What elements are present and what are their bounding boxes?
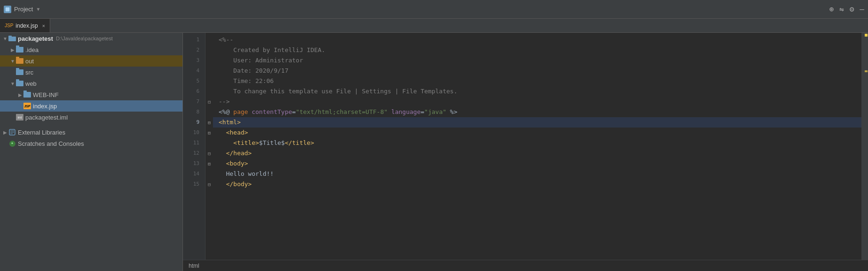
minimize-button[interactable]: — bbox=[860, 5, 864, 14]
sidebar-label-scratches: Scratches and Consoles bbox=[18, 140, 84, 147]
project-folder-icon bbox=[8, 35, 16, 42]
line-num-14: 14 bbox=[183, 169, 202, 179]
code-token-7-1: --> bbox=[219, 97, 229, 107]
code-line-10: <head> bbox=[213, 128, 868, 138]
sidebar-label-web: web bbox=[25, 80, 37, 87]
line-num-8: 8 bbox=[183, 107, 202, 117]
tab-jsp-icon: JSP bbox=[5, 23, 13, 28]
expand-arrow-web[interactable] bbox=[9, 81, 16, 86]
fold-7[interactable]: ⊟ bbox=[206, 97, 213, 107]
fold-14[interactable] bbox=[206, 169, 213, 179]
tab-close-button[interactable]: × bbox=[42, 23, 45, 29]
tab-bar: JSP index.jsp × bbox=[0, 19, 868, 33]
sidebar-label-indexjsp: index.jsp bbox=[33, 103, 57, 110]
line-num-1: 1 bbox=[183, 35, 202, 45]
code-token-8-1: <%@ bbox=[219, 107, 233, 117]
sidebar-label-iml: packagetest.iml bbox=[25, 114, 68, 121]
code-token-14-1: Hello world!! bbox=[219, 169, 274, 179]
fold-3[interactable] bbox=[206, 55, 213, 66]
code-token-4-1: Date: 2020/9/17 bbox=[219, 66, 289, 76]
code-token-8-10: "java" bbox=[424, 107, 446, 117]
code-line-1: <%-- bbox=[213, 35, 868, 45]
code-token-1-1: <%-- bbox=[219, 35, 233, 45]
breadcrumb-bar: html bbox=[183, 260, 868, 271]
fold-1[interactable] bbox=[206, 35, 213, 45]
new-file-button[interactable]: ⊕ bbox=[829, 5, 834, 14]
fold-2[interactable] bbox=[206, 45, 213, 55]
fold-5[interactable] bbox=[206, 76, 213, 86]
sidebar-item-src[interactable]: src bbox=[0, 67, 183, 78]
fold-4[interactable] bbox=[206, 66, 213, 76]
line-num-7: 7 bbox=[183, 97, 202, 107]
idea-folder-icon bbox=[16, 47, 23, 53]
title-bar-actions: ⊕ ⇋ ⚙ — bbox=[829, 5, 864, 14]
code-line-3: User: Administrator bbox=[213, 55, 868, 66]
line-num-3: 3 bbox=[183, 55, 202, 66]
expand-arrow-webinf[interactable] bbox=[17, 92, 23, 98]
code-line-5: Time: 22:06 bbox=[213, 76, 868, 86]
code-line-2: Created by IntelliJ IDEA. bbox=[213, 45, 868, 55]
line-num-6: 6 bbox=[183, 86, 202, 97]
layout-button[interactable]: ⇋ bbox=[839, 5, 844, 14]
src-folder-icon bbox=[16, 69, 23, 75]
sidebar: packagetest D:\JavaIdea\packagetest .ide… bbox=[0, 33, 183, 271]
project-dropdown-icon[interactable]: ▼ bbox=[37, 7, 39, 12]
fold-9[interactable]: ⊞ bbox=[206, 117, 213, 128]
fold-11[interactable] bbox=[206, 138, 213, 148]
sidebar-item-out[interactable]: out bbox=[0, 55, 183, 67]
fold-13[interactable]: ⊞ bbox=[206, 158, 213, 169]
webinf-folder-icon bbox=[23, 92, 31, 98]
code-line-12: </head> bbox=[213, 148, 868, 158]
sidebar-item-packagetest[interactable]: packagetest D:\JavaIdea\packagetest bbox=[0, 33, 183, 44]
code-token-11-1: <title> bbox=[219, 138, 259, 148]
web-folder-icon bbox=[16, 81, 23, 86]
fold-8[interactable] bbox=[206, 107, 213, 117]
fold-12[interactable]: ⊟ bbox=[206, 148, 213, 158]
sidebar-item-scratches[interactable]: Scratches and Consoles bbox=[0, 138, 183, 149]
expand-arrow-packagetest[interactable] bbox=[2, 36, 8, 41]
editor-code-area: 1 2 3 4 5 6 7 8 9 10 11 12 13 14 15 bbox=[183, 33, 868, 260]
code-line-15: </body> bbox=[213, 179, 868, 189]
sidebar-label-webinf: WEB-INF bbox=[33, 91, 59, 98]
svg-rect-0 bbox=[5, 7, 10, 12]
sidebar-item-webinf[interactable]: WEB-INF bbox=[0, 89, 183, 100]
jsp-file-icon: JSP bbox=[23, 103, 31, 109]
code-content[interactable]: <%-- Created by IntelliJ IDEA. User: Adm… bbox=[213, 33, 868, 260]
expand-arrow-extlib[interactable] bbox=[2, 130, 8, 135]
sidebar-item-iml[interactable]: iml packagetest.iml bbox=[0, 112, 183, 123]
settings-button[interactable]: ⚙ bbox=[850, 5, 854, 14]
project-title[interactable]: Project bbox=[14, 6, 33, 13]
editor-scrollbar[interactable] bbox=[861, 33, 868, 260]
sidebar-label-packagetest: packagetest bbox=[18, 35, 53, 42]
title-bar-left: Project ▼ bbox=[4, 6, 182, 13]
code-token-8-11: %> bbox=[446, 107, 457, 117]
code-token-8-6: "text/html;charset=UTF-8" bbox=[296, 107, 388, 117]
sidebar-item-web[interactable]: web bbox=[0, 78, 183, 89]
fold-6[interactable] bbox=[206, 86, 213, 97]
fold-15[interactable]: ⊟ bbox=[206, 179, 213, 189]
code-token-15-1: </body> bbox=[219, 179, 251, 189]
scroll-indicator-mid bbox=[865, 70, 868, 72]
sidebar-item-idea[interactable]: .idea bbox=[0, 44, 183, 55]
tab-index-jsp[interactable]: JSP index.jsp × bbox=[0, 19, 50, 32]
fold-10[interactable]: ⊞ bbox=[206, 128, 213, 138]
editor[interactable]: 1 2 3 4 5 6 7 8 9 10 11 12 13 14 15 bbox=[183, 33, 868, 271]
expand-arrow-out[interactable] bbox=[9, 59, 16, 64]
code-token-10-1: <head> bbox=[219, 128, 248, 138]
breadcrumb-text: html bbox=[189, 263, 199, 269]
main-area: packagetest D:\JavaIdea\packagetest .ide… bbox=[0, 33, 868, 271]
code-token-11-2: $Title$ bbox=[259, 138, 285, 148]
expand-arrow-idea[interactable] bbox=[9, 47, 16, 53]
code-token-13-1: <body> bbox=[219, 158, 248, 169]
sidebar-item-ext-libraries[interactable]: External Libraries bbox=[0, 127, 183, 138]
code-token-2-1: Created by IntelliJ IDEA. bbox=[219, 45, 325, 55]
ext-lib-icon bbox=[8, 129, 16, 136]
scroll-indicator-top bbox=[865, 34, 868, 37]
iml-file-icon: iml bbox=[16, 114, 23, 120]
code-token-3-1: User: Administrator bbox=[219, 55, 303, 66]
svg-rect-2 bbox=[8, 36, 12, 38]
code-token-8-9: = bbox=[421, 107, 425, 117]
code-token-12-1: </head> bbox=[219, 148, 251, 158]
code-token-9-1: <html> bbox=[219, 117, 241, 128]
sidebar-item-index-jsp[interactable]: JSP index.jsp bbox=[0, 100, 183, 112]
